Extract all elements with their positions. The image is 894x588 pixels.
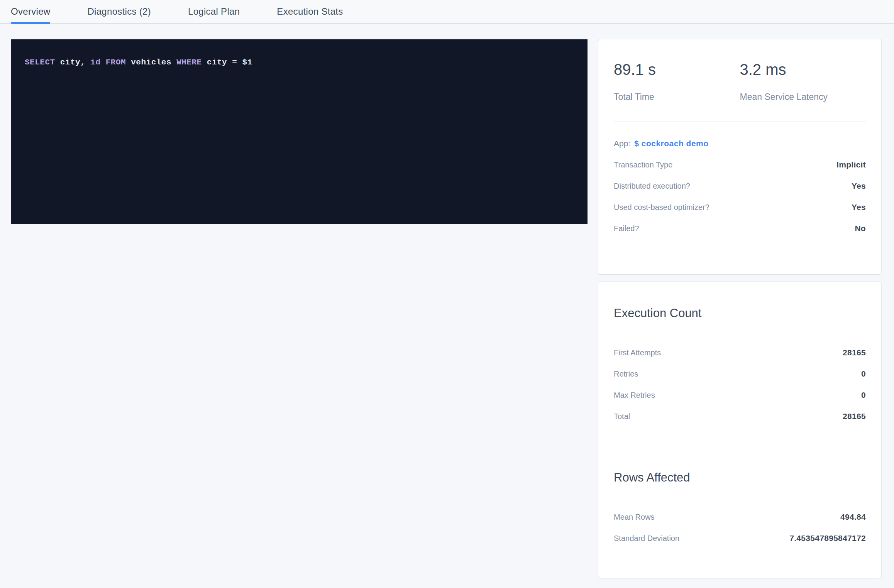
sql-token: id [90,58,100,67]
mean-rows-row: Mean Rows 494.84 [614,512,866,522]
sql-token: FROM [106,58,126,67]
tab-execution-stats-label: Execution Stats [277,6,343,17]
total-time-label: Total Time [614,92,740,102]
transaction-type-value: Implicit [836,160,866,169]
summary-column: 89.1 s Total Time 3.2 ms Mean Service La… [598,39,881,578]
standard-deviation-row: Standard Deviation 7.453547895847172 [614,534,866,543]
statement-column: SELECT city, id FROM vehicles WHERE city… [11,39,588,578]
app-link[interactable]: $ cockroach demo [634,139,708,148]
tab-logical-plan[interactable]: Logical Plan [188,0,240,23]
retries-value: 0 [861,369,866,378]
tab-logical-plan-label: Logical Plan [188,6,240,17]
sql-statement-box: SELECT city, id FROM vehicles WHERE city… [11,39,588,224]
sql-token: $1 [242,58,252,67]
tab-diagnostics-label: Diagnostics (2) [87,6,151,17]
transaction-type-label: Transaction Type [614,161,672,169]
first-attempts-label: First Attempts [614,348,661,357]
standard-deviation-label: Standard Deviation [614,534,679,543]
retries-row: Retries 0 [614,369,866,378]
failed-label: Failed? [614,224,639,233]
summary-divider [614,122,866,122]
counts-divider [614,439,866,439]
distributed-execution-row: Distributed execution? Yes [614,181,866,191]
max-retries-value: 0 [861,390,866,400]
first-attempts-row: First Attempts 28165 [614,348,866,357]
sql-token: SELECT [25,58,55,67]
mean-service-latency-stat: 3.2 ms Mean Service Latency [740,61,866,102]
tab-overview-label: Overview [11,6,50,17]
rows-affected-title: Rows Affected [614,471,866,485]
failed-row: Failed? No [614,224,866,233]
distributed-execution-value: Yes [852,181,866,191]
cost-based-optimizer-label: Used cost-based optimizer? [614,203,709,212]
total-value: 28165 [843,412,866,421]
retries-label: Retries [614,370,638,378]
app-row: App: $ cockroach demo [614,139,866,148]
execution-count-rows: First Attempts 28165 Retries 0 Max Retri… [614,348,866,421]
sql-token: WHERE [176,58,202,67]
sql-token: city, [60,58,86,67]
app-label: App: [614,139,630,148]
failed-value: No [855,224,866,233]
cost-based-optimizer-value: Yes [852,203,866,212]
summary-card: 89.1 s Total Time 3.2 ms Mean Service La… [598,39,881,274]
total-row: Total 28165 [614,412,866,421]
statement-overview-page: SELECT city, id FROM vehicles WHERE city… [0,24,894,578]
tab-bar: Overview Diagnostics (2) Logical Plan Ex… [0,0,894,24]
mean-rows-label: Mean Rows [614,513,655,522]
total-label: Total [614,412,630,421]
sql-token: city [207,58,227,67]
cost-based-optimizer-row: Used cost-based optimizer? Yes [614,203,866,212]
standard-deviation-value: 7.453547895847172 [789,534,866,543]
mean-service-latency-value: 3.2 ms [740,61,866,78]
max-retries-label: Max Retries [614,391,655,400]
sql-token: = [232,58,237,67]
rows-affected-rows: Mean Rows 494.84 Standard Deviation 7.45… [614,512,866,543]
active-tab-underline [11,22,50,24]
execution-count-title: Execution Count [614,306,866,320]
tab-diagnostics[interactable]: Diagnostics (2) [87,0,151,23]
sql-query: SELECT city, id FROM vehicles WHERE city… [25,58,574,67]
first-attempts-value: 28165 [843,348,866,357]
total-time-value: 89.1 s [614,61,740,78]
max-retries-row: Max Retries 0 [614,390,866,400]
transaction-type-row: Transaction Type Implicit [614,160,866,169]
distributed-execution-label: Distributed execution? [614,182,690,191]
sql-token: vehicles [131,58,171,67]
tab-execution-stats[interactable]: Execution Stats [277,0,343,23]
mean-service-latency-label: Mean Service Latency [740,92,866,102]
total-time-stat: 89.1 s Total Time [614,61,740,102]
execution-count-card: Execution Count First Attempts 28165 Ret… [598,282,881,578]
mean-rows-value: 494.84 [840,512,866,522]
time-stats-row: 89.1 s Total Time 3.2 ms Mean Service La… [614,61,866,102]
tab-overview[interactable]: Overview [11,0,50,23]
